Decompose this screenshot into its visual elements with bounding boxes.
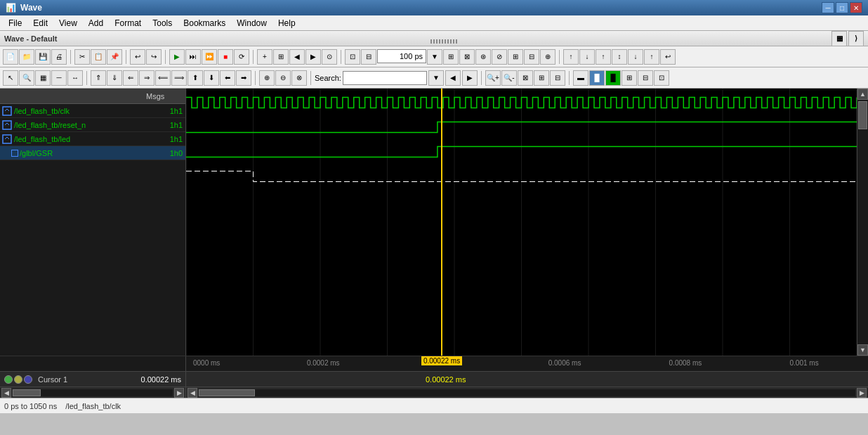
zoom-btn[interactable]: 🔍 [19, 70, 34, 86]
signal-row-led[interactable]: /led_flash_tb/led 1h1 [0, 132, 185, 146]
tool-2[interactable]: ⊟ [361, 49, 376, 65]
sig-4[interactable]: ⇒ [139, 70, 154, 86]
zoom-in-btn[interactable]: 🔍+ [485, 70, 501, 86]
sig-8[interactable]: ⬇ [204, 70, 219, 86]
zoom-out-btn[interactable]: 🔍- [501, 70, 517, 86]
search-prev[interactable]: ◀ [445, 70, 461, 86]
nav-4[interactable]: ↕ [612, 49, 627, 65]
disp-6[interactable]: ⊡ [654, 70, 669, 86]
line-btn[interactable]: ─ [51, 70, 67, 86]
close-button[interactable]: ✕ [850, 2, 862, 13]
menu-window[interactable]: Window [231, 16, 272, 30]
stop-button[interactable]: ■ [218, 49, 233, 65]
save-button[interactable]: 💾 [35, 49, 51, 65]
hscroll-left-btn[interactable]: ◀ [1, 388, 11, 398]
menu-tools[interactable]: Tools [147, 16, 178, 30]
grp-1[interactable]: ⊕ [259, 70, 275, 86]
hscroll-right-btn-left[interactable]: ▶ [174, 388, 184, 398]
wave-btn-5[interactable]: ⊙ [322, 49, 337, 65]
hscroll-left-thumb[interactable] [13, 389, 41, 396]
tool-6[interactable]: ⊘ [492, 49, 507, 65]
nav-7[interactable]: ↩ [660, 49, 676, 65]
hscroll-wave-track[interactable] [199, 389, 855, 396]
sig-9[interactable]: ⬅ [220, 70, 235, 86]
pane-btn-1[interactable]: ▦ [831, 31, 847, 46]
scroll-track[interactable] [857, 100, 868, 344]
status-green[interactable] [4, 375, 13, 384]
tool-5[interactable]: ⊛ [475, 49, 491, 65]
nav-1[interactable]: ↑ [563, 49, 579, 65]
sig-3[interactable]: ⇐ [123, 70, 138, 86]
menu-format[interactable]: Format [109, 16, 147, 30]
tool-7[interactable]: ⊞ [508, 49, 523, 65]
menu-view[interactable]: View [53, 16, 83, 30]
disp-2[interactable]: █ [589, 70, 605, 86]
vertical-scrollbar[interactable]: ▲ ▼ [857, 89, 868, 356]
copy-button[interactable]: 📋 [91, 49, 106, 65]
disp-3[interactable]: █ [605, 70, 621, 86]
sig-2[interactable]: ⇓ [107, 70, 122, 86]
sig-5[interactable]: ⟸ [155, 70, 171, 86]
redo-button[interactable]: ↪ [146, 49, 162, 65]
signal-row-gsr[interactable]: /glbl/GSR 1h0 [0, 146, 185, 160]
disp-4[interactable]: ⊞ [622, 70, 637, 86]
continue-button[interactable]: ⏭ [185, 49, 201, 65]
cut-button[interactable]: ✂ [74, 49, 90, 65]
hscroll-wave-right-btn[interactable]: ▶ [857, 388, 867, 398]
pane-btn-2[interactable]: ⟩ [848, 31, 864, 46]
add-wave-button[interactable]: + [257, 49, 272, 65]
disp-1[interactable]: ▬ [573, 70, 588, 86]
status-blue[interactable] [24, 375, 32, 384]
print-button[interactable]: 🖨 [51, 49, 67, 65]
zoom-sel-btn[interactable]: ⊠ [518, 70, 533, 86]
sig-7[interactable]: ⬆ [188, 70, 203, 86]
open-button[interactable]: 📁 [19, 49, 34, 65]
menu-file[interactable]: File [3, 16, 27, 30]
status-yellow[interactable] [14, 375, 22, 384]
menu-bookmarks[interactable]: Bookmarks [178, 16, 231, 30]
tool-4[interactable]: ⊠ [459, 49, 475, 65]
restart-button[interactable]: ⟳ [234, 49, 249, 65]
select-btn[interactable]: ▦ [35, 70, 51, 86]
tool-8[interactable]: ⊟ [524, 49, 539, 65]
nav-3[interactable]: ↑ [596, 49, 611, 65]
hscroll-wave-left-btn[interactable]: ◀ [188, 388, 197, 398]
time-input[interactable] [377, 49, 426, 63]
wave-btn-2[interactable]: ⊞ [273, 49, 289, 65]
undo-button[interactable]: ↩ [130, 49, 145, 65]
maximize-button[interactable]: □ [836, 2, 848, 13]
tool-1[interactable]: ⊡ [345, 49, 360, 65]
signal-row-reset[interactable]: /led_flash_tb/reset_n 1h1 [0, 118, 185, 132]
sig-6[interactable]: ⟹ [171, 70, 187, 86]
search-input[interactable] [343, 71, 427, 85]
menu-help[interactable]: Help [272, 16, 301, 30]
sig-10[interactable]: ➡ [236, 70, 251, 86]
wave-display[interactable] [186, 89, 857, 356]
nav-6[interactable]: ↑ [644, 49, 659, 65]
hscroll-wave-thumb[interactable] [199, 389, 255, 396]
zoom-full-btn[interactable]: ⊟ [550, 70, 565, 86]
wave-btn-4[interactable]: ▶ [305, 49, 321, 65]
time-unit-btn[interactable]: ▼ [427, 49, 442, 65]
zoom-fit-btn[interactable]: ⊞ [534, 70, 549, 86]
scroll-thumb[interactable] [858, 101, 867, 129]
menu-add[interactable]: Add [83, 16, 109, 30]
tool-3[interactable]: ⊞ [443, 49, 459, 65]
menu-edit[interactable]: Edit [27, 16, 53, 30]
search-next[interactable]: ▶ [462, 70, 478, 86]
tool-9[interactable]: ⊕ [540, 49, 555, 65]
new-button[interactable]: 📄 [3, 49, 18, 65]
sig-1[interactable]: ⇑ [91, 70, 106, 86]
scroll-down-button[interactable]: ▼ [857, 344, 868, 356]
grp-3[interactable]: ⊗ [291, 70, 307, 86]
expand-btn[interactable]: ↔ [67, 70, 83, 86]
cursor-btn[interactable]: ↖ [3, 70, 18, 86]
grp-2[interactable]: ⊖ [275, 70, 291, 86]
paste-button[interactable]: 📌 [107, 49, 122, 65]
scroll-up-button[interactable]: ▲ [857, 89, 868, 100]
hscroll-left-track[interactable] [13, 389, 173, 396]
run-button[interactable]: ▶ [169, 49, 185, 65]
step-button[interactable]: ⏩ [202, 49, 217, 65]
disp-5[interactable]: ⊟ [638, 70, 653, 86]
signal-row-clk[interactable]: /led_flash_tb/clk 1h1 [0, 104, 185, 118]
